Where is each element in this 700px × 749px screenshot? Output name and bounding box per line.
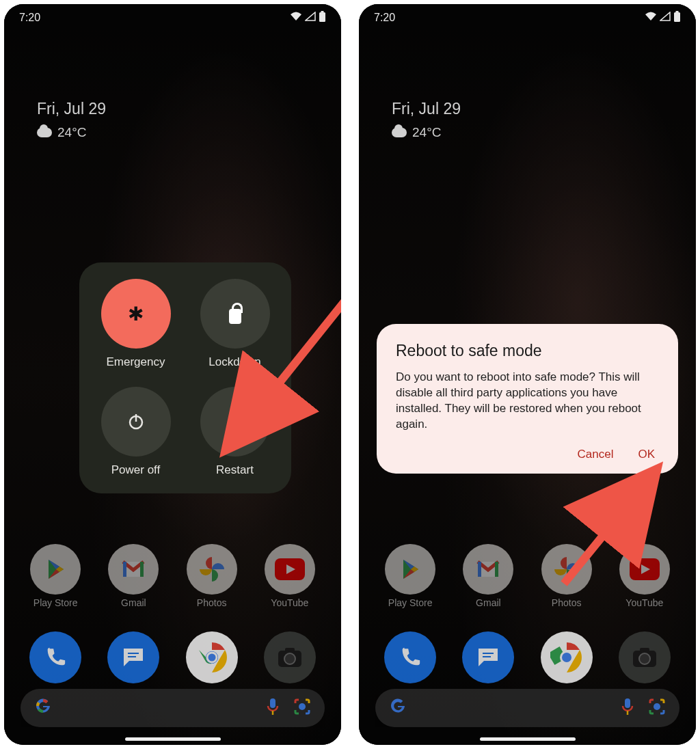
svg-rect-7 xyxy=(140,562,144,577)
dock xyxy=(359,631,696,683)
app-gmail[interactable]: Gmail xyxy=(108,544,159,608)
svg-point-45 xyxy=(654,703,660,710)
svg-point-15 xyxy=(207,653,217,662)
nav-handle[interactable] xyxy=(480,737,576,741)
svg-rect-25 xyxy=(674,12,680,22)
camera-icon xyxy=(619,631,671,683)
app-phone[interactable] xyxy=(384,631,436,683)
youtube-icon xyxy=(265,544,315,595)
phone-right: 7:20 Fri, Jul 29 24°C Play Store Gmail P… xyxy=(359,4,696,745)
phone-left: 7:20 Fri, Jul 29 24°C Play Store xyxy=(4,4,341,745)
app-play-store[interactable]: Play Store xyxy=(30,544,81,608)
gmail-icon xyxy=(463,544,513,595)
google-g-icon xyxy=(389,697,407,720)
power-menu-label: Emergency xyxy=(107,355,165,369)
status-time: 7:20 xyxy=(374,12,395,24)
safe-mode-dialog: Reboot to safe mode Do you want to reboo… xyxy=(377,324,678,474)
cancel-button[interactable]: Cancel xyxy=(578,448,614,461)
power-menu-label: Lockdown xyxy=(208,355,261,369)
app-messages[interactable] xyxy=(107,631,159,683)
home-temperature: 24°C xyxy=(412,125,441,140)
app-label: Play Store xyxy=(33,597,78,608)
app-row-1: Play Store Gmail Photos YouTube xyxy=(4,544,341,608)
camera-icon xyxy=(264,631,316,683)
chrome-icon xyxy=(541,631,593,683)
ok-button[interactable]: OK xyxy=(638,448,655,461)
app-label: Gmail xyxy=(121,597,146,608)
status-time: 7:20 xyxy=(19,12,40,24)
wifi-icon xyxy=(290,12,302,24)
annotation-arrow xyxy=(257,277,341,417)
svg-point-17 xyxy=(284,653,295,664)
app-chrome[interactable] xyxy=(541,631,593,683)
svg-point-41 xyxy=(639,653,650,664)
app-youtube[interactable]: YouTube xyxy=(265,544,315,608)
cloud-icon xyxy=(37,128,52,137)
search-bar[interactable] xyxy=(375,689,679,727)
app-label: Gmail xyxy=(476,597,501,608)
mic-icon[interactable] xyxy=(266,698,280,718)
svg-rect-42 xyxy=(640,648,649,652)
app-camera[interactable] xyxy=(264,631,316,683)
search-bar[interactable] xyxy=(21,689,325,727)
app-camera[interactable] xyxy=(619,631,671,683)
gmail-icon xyxy=(108,544,159,595)
app-label: Photos xyxy=(197,597,227,608)
phone-icon xyxy=(29,631,81,683)
power-menu-label: Power off xyxy=(111,463,161,477)
power-menu-poweroff[interactable]: Power off xyxy=(86,387,185,477)
app-messages[interactable] xyxy=(462,631,514,683)
home-temperature: 24°C xyxy=(57,125,86,140)
dialog-title: Reboot to safe mode xyxy=(396,342,659,360)
battery-icon xyxy=(673,11,681,25)
svg-point-21 xyxy=(299,703,306,710)
svg-rect-1 xyxy=(321,11,324,12)
svg-rect-6 xyxy=(123,562,126,577)
nav-handle[interactable] xyxy=(125,737,221,741)
app-photos[interactable]: Photos xyxy=(187,544,237,608)
lens-icon[interactable] xyxy=(648,698,666,718)
phone-icon xyxy=(384,631,436,683)
signal-icon xyxy=(305,12,316,24)
app-play-store[interactable]: Play Store xyxy=(385,544,435,608)
play-store-icon xyxy=(385,544,435,595)
lens-icon[interactable] xyxy=(293,698,311,718)
power-icon xyxy=(101,387,171,457)
svg-rect-18 xyxy=(285,648,295,652)
app-gmail[interactable]: Gmail xyxy=(463,544,513,608)
app-chrome[interactable] xyxy=(186,631,238,683)
dialog-actions: Cancel OK xyxy=(396,448,659,461)
mic-icon[interactable] xyxy=(621,698,634,718)
svg-point-39 xyxy=(562,653,571,662)
date-weather-widget[interactable]: Fri, Jul 29 24°C xyxy=(37,100,106,140)
annotation-arrow xyxy=(543,461,680,600)
home-date: Fri, Jul 29 xyxy=(37,100,106,118)
google-g-icon xyxy=(34,697,52,720)
messages-icon xyxy=(462,631,514,683)
app-label: YouTube xyxy=(271,597,308,608)
signal-icon xyxy=(660,12,671,24)
svg-rect-19 xyxy=(270,698,275,708)
status-bar: 7:20 xyxy=(359,4,696,31)
wifi-icon xyxy=(645,12,657,24)
app-phone[interactable] xyxy=(29,631,81,683)
dock xyxy=(4,631,341,683)
play-store-icon xyxy=(30,544,81,595)
svg-rect-0 xyxy=(319,12,325,22)
photos-icon xyxy=(187,544,237,595)
power-menu-emergency[interactable]: ✱ Emergency xyxy=(86,279,185,369)
chrome-icon xyxy=(186,631,238,683)
battery-icon xyxy=(319,11,326,25)
cloud-icon xyxy=(392,128,407,137)
power-menu-label: Restart xyxy=(216,463,254,477)
messages-icon xyxy=(107,631,159,683)
app-label: Play Store xyxy=(388,597,433,608)
svg-rect-43 xyxy=(625,698,630,708)
date-weather-widget[interactable]: Fri, Jul 29 24°C xyxy=(392,100,461,140)
home-date: Fri, Jul 29 xyxy=(392,100,461,118)
dialog-body: Do you want to reboot into safe mode? Th… xyxy=(396,370,659,433)
svg-rect-32 xyxy=(495,562,498,577)
svg-line-24 xyxy=(271,291,341,394)
emergency-icon: ✱ xyxy=(101,279,171,349)
svg-line-46 xyxy=(564,474,653,584)
